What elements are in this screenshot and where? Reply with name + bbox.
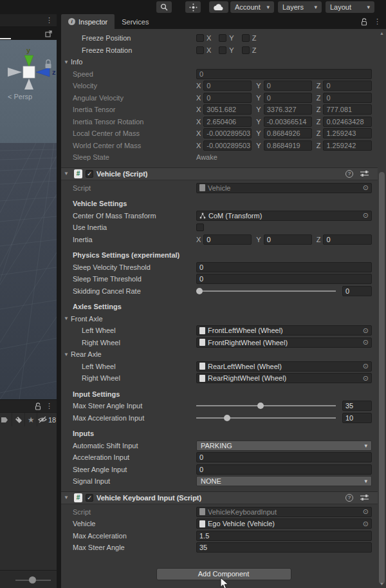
scrollbar-thumb[interactable] [379,172,385,584]
vehicle-component-enabled-checkbox[interactable]: ✓ [86,170,93,178]
foldout-arrow-icon[interactable]: ▼ [64,495,71,500]
cloud-button[interactable] [209,1,228,13]
scroll-down-icon[interactable]: ▼ [378,582,386,586]
object-picker-icon[interactable]: ⊙ [363,211,369,220]
account-dropdown[interactable]: Account ▾ [230,1,274,13]
scene-visibility-toggle[interactable]: 18 [37,413,57,427]
object-picker-icon[interactable]: ⊙ [363,507,369,516]
gizmo-center-cube[interactable] [23,66,35,78]
signal-input-dropdown[interactable]: NONE ▾ [196,476,372,486]
object-picker-icon[interactable]: ⊙ [363,184,369,192]
max-acceleration-input-row: Max Acceleration Input 10 [61,412,386,424]
freeze-rotation-y-checkbox[interactable] [219,46,226,54]
object-picker-icon[interactable]: ⊙ [363,374,369,383]
tab-inspector[interactable]: i Inspector [61,14,115,29]
steer-angle-input-row: Steer Angle Input 0 [61,464,386,476]
keyboard-script-object-field: VehicleKeyboardInput ⊙ [196,507,372,517]
acceleration-input-field[interactable]: 0 [196,452,372,462]
slider-handle[interactable] [196,288,203,294]
object-picker-icon[interactable]: ⊙ [363,327,369,335]
clipped-tool-icon[interactable] [0,413,12,427]
help-icon[interactable]: ? [345,494,353,502]
front-right-wheel-row: Right Wheel FrontRightWheel (Wheel) ⊙ [61,337,386,349]
keyboard-max-acceleration-field[interactable]: 1.5 [196,531,372,541]
slider-handle[interactable] [257,403,264,409]
freeze-rotation-x-checkbox[interactable] [196,46,204,54]
rear-left-wheel-object-field[interactable]: RearLeftWheel (Wheel) ⊙ [196,361,372,372]
zoom-slider-handle[interactable] [29,576,36,583]
scroll-up-icon[interactable]: ▲ [378,31,386,35]
inertia-tensor-rotation-z-field: 0.02463428 [323,117,372,127]
tag-icon[interactable] [12,413,24,427]
inspector-menu-icon[interactable]: ⋮ [374,17,381,26]
rear-axle-foldout[interactable]: ▼ Rear Axle [61,348,386,361]
inertia-tensor-z-field: 777.081 [323,104,372,115]
maximize-icon[interactable] [45,30,52,37]
world-center-of-mass-row: World Center of Mass X-0.000289503 Y0.86… [61,140,386,152]
keyboard-max-steer-angle-field[interactable]: 35 [196,542,372,553]
foldout-arrow-icon: ▼ [64,352,71,357]
progress-button[interactable] [185,1,201,13]
front-axle-foldout[interactable]: ▼ Front Axle [61,313,386,325]
object-picker-icon[interactable]: ⊙ [363,338,369,346]
panel-divider[interactable] [57,14,61,588]
transform-icon [199,213,206,219]
use-inertia-checkbox[interactable] [196,223,204,231]
freeze-position-y-checkbox[interactable] [219,34,226,42]
search-button[interactable] [156,1,172,13]
vehicle-component-header[interactable]: ▼ # ✓ Vehicle (Script) ? ⋮ [61,167,386,180]
angular-velocity-y-field: 0 [264,93,312,103]
freeze-position-x-checkbox[interactable] [196,34,204,42]
freeze-rotation-z-checkbox[interactable] [242,46,250,54]
steer-angle-input-field[interactable]: 0 [196,464,372,475]
com-transform-object-field[interactable]: CoM (Transform) ⊙ [196,211,372,221]
front-right-wheel-object-field[interactable]: FrontRightWheel (Wheel) ⊙ [196,337,372,348]
automatic-shift-input-dropdown[interactable]: PARKING ▾ [196,441,372,451]
object-picker-icon[interactable]: ⊙ [363,520,369,528]
skidding-cancel-rate-slider[interactable] [196,285,336,297]
panel-menu-icon[interactable]: ⋮ [46,16,53,24]
skidding-cancel-rate-row: Skidding Cancel Rate 0 [61,285,386,298]
chevron-down-icon: ▾ [266,4,270,10]
inertia-x-field[interactable]: 0 [203,234,252,245]
sleep-time-threshold-field[interactable]: 0 [196,274,372,284]
keyboard-component-header[interactable]: ▼ # ✓ Vehicle Keyboard Input (Script) ? … [61,491,386,504]
sleep-velocity-threshold-field[interactable]: 0 [196,262,372,272]
max-steer-angle-input-field[interactable]: 35 [342,401,372,411]
max-acceleration-input-field[interactable]: 10 [342,413,372,423]
unlock-icon[interactable] [34,403,41,410]
front-left-wheel-object-field[interactable]: FrontLeftWheel (Wheel) ⊙ [196,325,372,336]
eye-slash-icon [38,416,47,423]
panel-menu-icon[interactable]: ⋮ [46,402,53,410]
inertia-z-field[interactable]: 0 [323,234,372,245]
inspector-content: Freeze Position X Y Z Freeze Rotation X … [61,29,386,588]
inertia-y-field[interactable]: 0 [264,234,312,245]
max-steer-angle-input-slider[interactable] [196,400,336,412]
persp-toggle[interactable]: < Persp [8,93,32,100]
wheel-asset-icon [199,375,205,382]
max-steer-angle-input-row: Max Steer Angle Input 35 [61,400,386,412]
info-foldout[interactable]: ▼ Info [61,56,386,68]
layers-dropdown[interactable]: Layers ▾ [278,1,322,13]
foldout-arrow-icon[interactable]: ▼ [64,171,71,176]
scene-view[interactable]: y z < Persp [0,40,57,399]
tab-services[interactable]: Services [115,14,156,29]
presets-icon[interactable] [360,494,369,501]
tab-highlight [0,38,11,39]
skidding-cancel-rate-field[interactable]: 0 [342,286,372,296]
chevron-down-icon: ▾ [367,4,370,10]
freeze-position-z-checkbox[interactable] [242,34,250,42]
star-icon[interactable]: ★ [25,413,37,427]
slider-handle[interactable] [224,415,230,421]
layout-dropdown[interactable]: Layout ▾ [326,1,374,13]
max-acceleration-input-slider[interactable] [196,412,336,424]
vehicle-object-field[interactable]: Ego Vehicle (Vehicle) ⊙ [196,518,372,529]
chevron-down-icon: ▾ [314,4,317,10]
rear-right-wheel-object-field[interactable]: RearRightWheel (Wheel) ⊙ [196,373,372,383]
keyboard-component-enabled-checkbox[interactable]: ✓ [86,494,93,502]
object-picker-icon[interactable]: ⊙ [363,362,369,370]
inspector-scrollbar[interactable]: ▲ ▼ [378,29,386,588]
inspector-lock-icon[interactable] [360,18,367,26]
help-icon[interactable]: ? [345,170,353,178]
presets-icon[interactable] [360,170,369,177]
